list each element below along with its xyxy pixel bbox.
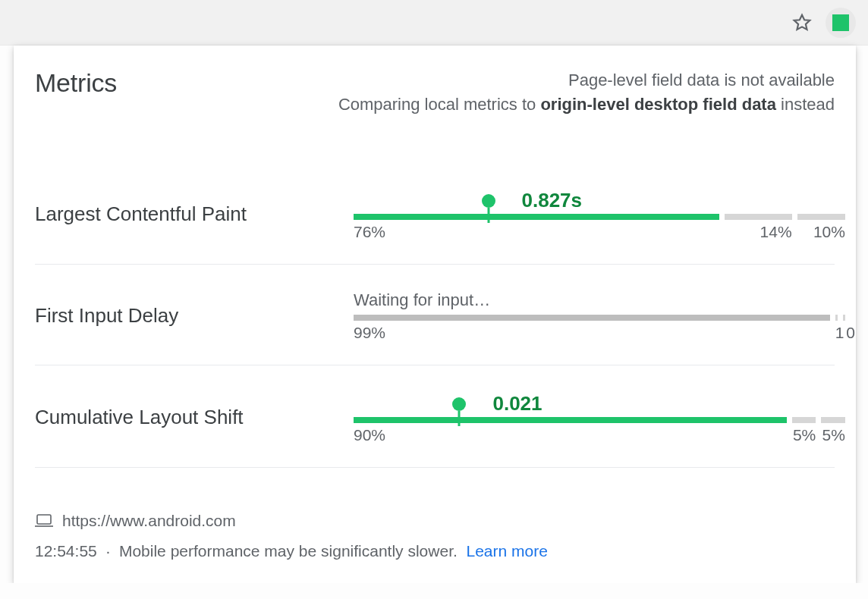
pct-good: 90% (354, 426, 787, 444)
bar-seg-good (354, 417, 787, 423)
metric-lcp-visual: 0.827s 76% 14% 10% (354, 188, 835, 241)
pct-ni: 5% (792, 426, 816, 444)
panel-title: Metrics (35, 68, 117, 98)
bar-seg-needs-improvement (725, 214, 792, 220)
metric-cls: Cumulative Layout Shift 0.021 90% 5% 5% (35, 365, 835, 468)
pct-good: 76% (354, 223, 719, 241)
panel-header: Metrics Page-level field data is not ava… (35, 68, 835, 117)
metric-cls-pct: 90% 5% 5% (354, 426, 835, 444)
extension-badge[interactable] (826, 8, 856, 38)
metric-lcp-name: Largest Contentful Paint (35, 202, 338, 226)
metric-lcp: Largest Contentful Paint 0.827s 76% 14% … (35, 162, 835, 265)
metric-cls-bar (354, 417, 835, 423)
footer-url-row: https://www.android.com (35, 506, 835, 536)
metric-fid-waiting: Waiting for input… (354, 290, 835, 310)
metric-cls-visual: 0.021 90% 5% 5% (354, 391, 835, 444)
learn-more-link[interactable]: Learn more (466, 542, 547, 560)
footer-url: https://www.android.com (62, 506, 236, 536)
pct-poor: 5% (821, 426, 845, 444)
metric-lcp-value-row: 0.827s (354, 188, 835, 214)
bookmark-star-icon[interactable] (792, 13, 812, 33)
panel-footer: https://www.android.com 12:54:55 · Mobil… (35, 506, 835, 566)
metric-cls-marker (452, 397, 466, 411)
metric-fid-bar (354, 315, 835, 321)
laptop-icon (35, 514, 53, 528)
bar-seg-poor (821, 417, 845, 423)
pct-poor: 0 (846, 324, 855, 342)
metric-lcp-pct: 76% 14% 10% (354, 223, 835, 241)
web-vitals-extension-icon (832, 14, 849, 31)
background-page-glyph: t (0, 300, 5, 362)
availability-line1: Page-level field data is not available (338, 68, 835, 93)
footer-sep: · (105, 542, 110, 560)
metric-cls-value: 0.021 (492, 392, 542, 416)
web-vitals-panel: Metrics Page-level field data is not ava… (14, 45, 856, 583)
pct-good: 99% (354, 324, 830, 342)
bar-seg-poor (797, 214, 845, 220)
bar-seg-good (354, 214, 719, 220)
metric-lcp-value: 0.827s (522, 189, 583, 212)
metric-fid-name: First Input Delay (35, 304, 338, 328)
metric-cls-name: Cumulative Layout Shift (35, 406, 338, 429)
pct-ni: 14% (725, 223, 792, 241)
availability-line2: Comparing local metrics to origin-level … (338, 93, 835, 117)
footer-note: Mobile performance may be significantly … (119, 542, 458, 560)
bar-seg-poor (843, 315, 845, 321)
bar-seg-needs-improvement (792, 417, 816, 423)
metric-fid-visual: Waiting for input… 99% 1 0 (354, 290, 835, 342)
svg-rect-0 (37, 515, 51, 524)
metric-lcp-marker (482, 194, 495, 208)
metric-lcp-bar (354, 214, 835, 220)
availability-note: Page-level field data is not available C… (338, 68, 835, 117)
footer-time: 12:54:55 (35, 542, 97, 560)
browser-omnibox-bar (0, 0, 868, 45)
pct-poor: 10% (797, 223, 845, 241)
bar-seg-needs-improvement (835, 315, 838, 321)
footer-note-row: 12:54:55 · Mobile performance may be sig… (35, 536, 835, 566)
metric-fid-pct: 99% 1 0 (354, 324, 835, 342)
metric-cls-value-row: 0.021 (354, 391, 835, 417)
bar-seg-good (354, 315, 830, 321)
metric-fid: First Input Delay Waiting for input… 99%… (35, 265, 835, 365)
pct-ni: 1 (835, 324, 844, 342)
